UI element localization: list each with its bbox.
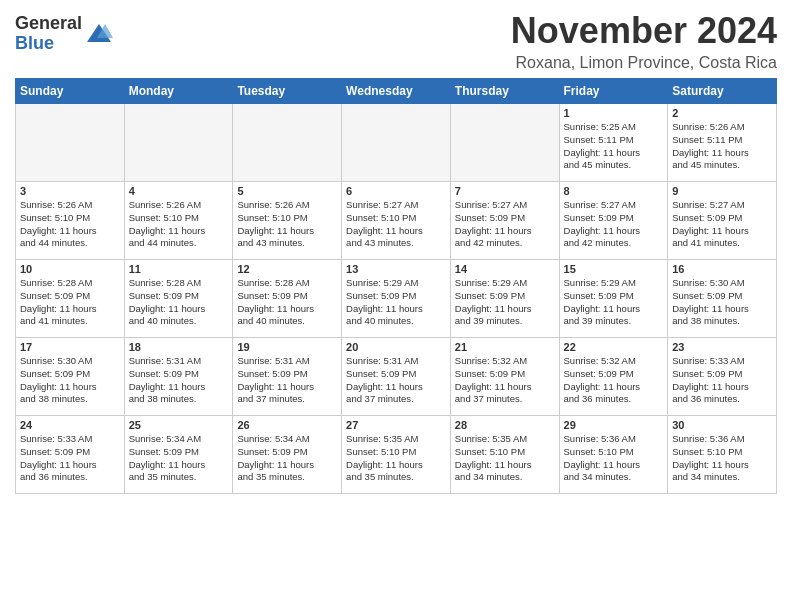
day-number: 21	[455, 341, 555, 353]
day-info: Sunrise: 5:32 AM Sunset: 5:09 PM Dayligh…	[455, 355, 555, 406]
calendar-cell: 25Sunrise: 5:34 AM Sunset: 5:09 PM Dayli…	[124, 416, 233, 494]
calendar-week-3: 10Sunrise: 5:28 AM Sunset: 5:09 PM Dayli…	[16, 260, 777, 338]
day-number: 8	[564, 185, 664, 197]
day-info: Sunrise: 5:27 AM Sunset: 5:09 PM Dayligh…	[564, 199, 664, 250]
calendar-cell: 6Sunrise: 5:27 AM Sunset: 5:10 PM Daylig…	[342, 182, 451, 260]
calendar-cell: 11Sunrise: 5:28 AM Sunset: 5:09 PM Dayli…	[124, 260, 233, 338]
day-info: Sunrise: 5:35 AM Sunset: 5:10 PM Dayligh…	[455, 433, 555, 484]
calendar-cell: 26Sunrise: 5:34 AM Sunset: 5:09 PM Dayli…	[233, 416, 342, 494]
calendar-cell: 4Sunrise: 5:26 AM Sunset: 5:10 PM Daylig…	[124, 182, 233, 260]
title-block: November 2024 Roxana, Limon Province, Co…	[511, 10, 777, 72]
day-info: Sunrise: 5:34 AM Sunset: 5:09 PM Dayligh…	[129, 433, 229, 484]
day-number: 6	[346, 185, 446, 197]
calendar-cell: 5Sunrise: 5:26 AM Sunset: 5:10 PM Daylig…	[233, 182, 342, 260]
logo-icon	[85, 20, 113, 48]
day-info: Sunrise: 5:36 AM Sunset: 5:10 PM Dayligh…	[672, 433, 772, 484]
day-number: 4	[129, 185, 229, 197]
day-number: 27	[346, 419, 446, 431]
day-info: Sunrise: 5:34 AM Sunset: 5:09 PM Dayligh…	[237, 433, 337, 484]
calendar-cell: 3Sunrise: 5:26 AM Sunset: 5:10 PM Daylig…	[16, 182, 125, 260]
calendar-cell: 28Sunrise: 5:35 AM Sunset: 5:10 PM Dayli…	[450, 416, 559, 494]
day-number: 23	[672, 341, 772, 353]
calendar-cell: 30Sunrise: 5:36 AM Sunset: 5:10 PM Dayli…	[668, 416, 777, 494]
day-number: 17	[20, 341, 120, 353]
calendar-week-2: 3Sunrise: 5:26 AM Sunset: 5:10 PM Daylig…	[16, 182, 777, 260]
day-number: 11	[129, 263, 229, 275]
page-header: General Blue November 2024 Roxana, Limon…	[15, 10, 777, 72]
day-number: 29	[564, 419, 664, 431]
day-info: Sunrise: 5:28 AM Sunset: 5:09 PM Dayligh…	[20, 277, 120, 328]
calendar-cell: 21Sunrise: 5:32 AM Sunset: 5:09 PM Dayli…	[450, 338, 559, 416]
day-info: Sunrise: 5:26 AM Sunset: 5:10 PM Dayligh…	[20, 199, 120, 250]
calendar-cell: 12Sunrise: 5:28 AM Sunset: 5:09 PM Dayli…	[233, 260, 342, 338]
calendar-cell	[16, 104, 125, 182]
day-info: Sunrise: 5:26 AM Sunset: 5:10 PM Dayligh…	[129, 199, 229, 250]
day-info: Sunrise: 5:27 AM Sunset: 5:09 PM Dayligh…	[455, 199, 555, 250]
calendar-cell: 19Sunrise: 5:31 AM Sunset: 5:09 PM Dayli…	[233, 338, 342, 416]
weekday-header-tuesday: Tuesday	[233, 79, 342, 104]
day-number: 26	[237, 419, 337, 431]
day-number: 25	[129, 419, 229, 431]
day-number: 13	[346, 263, 446, 275]
calendar-cell	[233, 104, 342, 182]
calendar-week-1: 1Sunrise: 5:25 AM Sunset: 5:11 PM Daylig…	[16, 104, 777, 182]
day-info: Sunrise: 5:27 AM Sunset: 5:10 PM Dayligh…	[346, 199, 446, 250]
calendar-cell: 29Sunrise: 5:36 AM Sunset: 5:10 PM Dayli…	[559, 416, 668, 494]
day-number: 3	[20, 185, 120, 197]
day-info: Sunrise: 5:29 AM Sunset: 5:09 PM Dayligh…	[346, 277, 446, 328]
day-info: Sunrise: 5:27 AM Sunset: 5:09 PM Dayligh…	[672, 199, 772, 250]
day-number: 24	[20, 419, 120, 431]
calendar-cell: 17Sunrise: 5:30 AM Sunset: 5:09 PM Dayli…	[16, 338, 125, 416]
calendar-cell: 22Sunrise: 5:32 AM Sunset: 5:09 PM Dayli…	[559, 338, 668, 416]
logo-blue: Blue	[15, 34, 82, 54]
day-info: Sunrise: 5:28 AM Sunset: 5:09 PM Dayligh…	[129, 277, 229, 328]
weekday-header-friday: Friday	[559, 79, 668, 104]
calendar-cell: 15Sunrise: 5:29 AM Sunset: 5:09 PM Dayli…	[559, 260, 668, 338]
day-number: 14	[455, 263, 555, 275]
day-info: Sunrise: 5:33 AM Sunset: 5:09 PM Dayligh…	[20, 433, 120, 484]
day-info: Sunrise: 5:33 AM Sunset: 5:09 PM Dayligh…	[672, 355, 772, 406]
day-number: 2	[672, 107, 772, 119]
location: Roxana, Limon Province, Costa Rica	[511, 54, 777, 72]
weekday-header-monday: Monday	[124, 79, 233, 104]
day-info: Sunrise: 5:31 AM Sunset: 5:09 PM Dayligh…	[346, 355, 446, 406]
calendar-cell: 23Sunrise: 5:33 AM Sunset: 5:09 PM Dayli…	[668, 338, 777, 416]
calendar-cell: 24Sunrise: 5:33 AM Sunset: 5:09 PM Dayli…	[16, 416, 125, 494]
day-number: 7	[455, 185, 555, 197]
logo-general: General	[15, 14, 82, 34]
weekday-header-wednesday: Wednesday	[342, 79, 451, 104]
calendar-cell	[450, 104, 559, 182]
day-info: Sunrise: 5:29 AM Sunset: 5:09 PM Dayligh…	[455, 277, 555, 328]
day-info: Sunrise: 5:36 AM Sunset: 5:10 PM Dayligh…	[564, 433, 664, 484]
calendar-cell: 20Sunrise: 5:31 AM Sunset: 5:09 PM Dayli…	[342, 338, 451, 416]
calendar-cell	[124, 104, 233, 182]
day-number: 28	[455, 419, 555, 431]
day-info: Sunrise: 5:25 AM Sunset: 5:11 PM Dayligh…	[564, 121, 664, 172]
day-info: Sunrise: 5:35 AM Sunset: 5:10 PM Dayligh…	[346, 433, 446, 484]
calendar-week-4: 17Sunrise: 5:30 AM Sunset: 5:09 PM Dayli…	[16, 338, 777, 416]
day-info: Sunrise: 5:31 AM Sunset: 5:09 PM Dayligh…	[237, 355, 337, 406]
day-number: 5	[237, 185, 337, 197]
day-number: 9	[672, 185, 772, 197]
day-info: Sunrise: 5:26 AM Sunset: 5:11 PM Dayligh…	[672, 121, 772, 172]
weekday-header-thursday: Thursday	[450, 79, 559, 104]
day-info: Sunrise: 5:28 AM Sunset: 5:09 PM Dayligh…	[237, 277, 337, 328]
day-info: Sunrise: 5:31 AM Sunset: 5:09 PM Dayligh…	[129, 355, 229, 406]
logo: General Blue	[15, 14, 113, 54]
day-info: Sunrise: 5:29 AM Sunset: 5:09 PM Dayligh…	[564, 277, 664, 328]
day-number: 20	[346, 341, 446, 353]
day-info: Sunrise: 5:30 AM Sunset: 5:09 PM Dayligh…	[672, 277, 772, 328]
calendar-table: SundayMondayTuesdayWednesdayThursdayFrid…	[15, 78, 777, 494]
weekday-header-saturday: Saturday	[668, 79, 777, 104]
day-number: 18	[129, 341, 229, 353]
calendar-cell: 16Sunrise: 5:30 AM Sunset: 5:09 PM Dayli…	[668, 260, 777, 338]
day-number: 15	[564, 263, 664, 275]
calendar-cell: 9Sunrise: 5:27 AM Sunset: 5:09 PM Daylig…	[668, 182, 777, 260]
day-number: 30	[672, 419, 772, 431]
calendar-cell: 10Sunrise: 5:28 AM Sunset: 5:09 PM Dayli…	[16, 260, 125, 338]
calendar-cell: 14Sunrise: 5:29 AM Sunset: 5:09 PM Dayli…	[450, 260, 559, 338]
calendar-cell: 7Sunrise: 5:27 AM Sunset: 5:09 PM Daylig…	[450, 182, 559, 260]
day-number: 16	[672, 263, 772, 275]
calendar-cell: 2Sunrise: 5:26 AM Sunset: 5:11 PM Daylig…	[668, 104, 777, 182]
calendar-header-row: SundayMondayTuesdayWednesdayThursdayFrid…	[16, 79, 777, 104]
